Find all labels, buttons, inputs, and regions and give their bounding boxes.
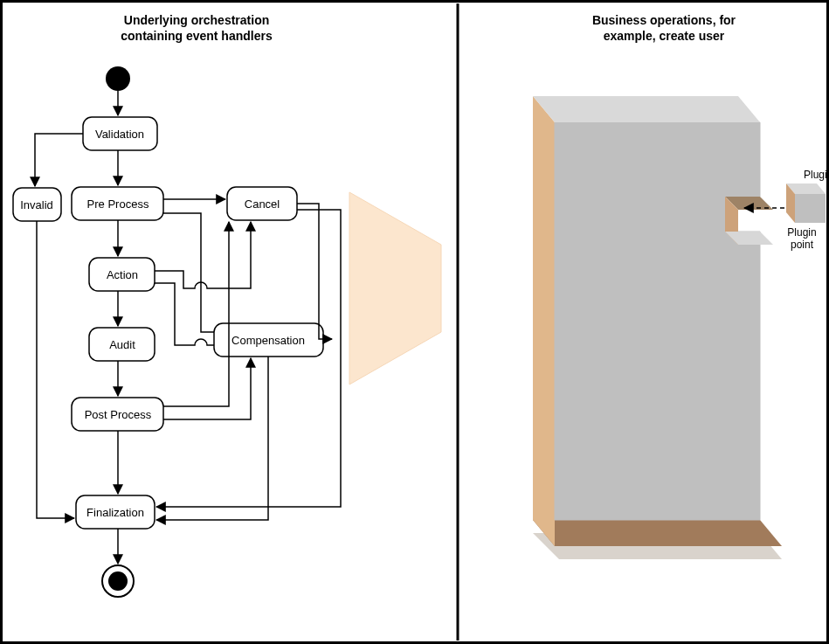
- edge-preprocess-compensation: [163, 213, 269, 332]
- node-audit-label: Audit: [109, 338, 135, 351]
- plugin-cube: [786, 184, 826, 223]
- edge-validation-invalid: [35, 134, 83, 186]
- edge-compensation-finalization: [156, 357, 268, 520]
- edge-action-cancel: [155, 222, 251, 288]
- left-title-line2: containing event handlers: [121, 29, 273, 43]
- node-postprocess-label: Post Process: [85, 408, 152, 421]
- left-title-line1: Underlying orchestration: [124, 13, 269, 27]
- plugin-label: Plugin: [804, 169, 829, 181]
- edge-cancel-compensation: [297, 204, 325, 339]
- edge-postprocess-compensation: [163, 358, 251, 419]
- node-validation-label: Validation: [95, 128, 144, 141]
- start-node-icon: [106, 66, 130, 91]
- edge-cancel-finalization: [156, 210, 341, 507]
- right-title-line1: Business operations, for: [592, 13, 736, 27]
- node-finalization-label: Finalization: [86, 506, 144, 519]
- edge-invalid-finalization: [37, 221, 74, 518]
- right-title-line2: example, create user: [604, 29, 725, 43]
- diagram-frame: Underlying orchestration containing even…: [0, 0, 829, 644]
- expansion-trapezoid: [349, 192, 441, 384]
- node-action-label: Action: [107, 268, 138, 281]
- node-compensation-label: Compensation: [231, 334, 305, 347]
- diagram-svg: Underlying orchestration containing even…: [0, 0, 829, 644]
- plugin-point-label-l2: point: [791, 239, 814, 251]
- business-block-3d: [533, 96, 782, 559]
- node-preprocess-label: Pre Process: [87, 197, 149, 211]
- node-cancel-label: Cancel: [245, 197, 280, 211]
- end-node-inner-icon: [108, 571, 128, 591]
- plugin-point-label-l1: Plugin: [787, 226, 816, 239]
- node-invalid-label: Invalid: [20, 198, 53, 211]
- edge-postprocess-cancel: [163, 222, 229, 406]
